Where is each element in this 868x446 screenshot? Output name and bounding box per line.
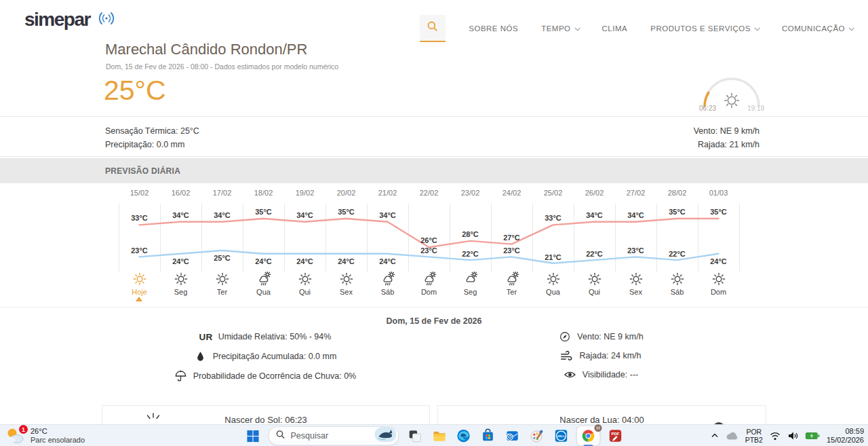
min-temp-label: 24°C [160,257,201,265]
nav-item-label: PRODUTOS E SERVIÇOS [650,24,751,33]
system-tray: POR PTB2 08:59 15/02/2026 [711,425,864,446]
weather-sun-rain-icon[interactable] [408,272,450,286]
sunrise-card-label: Nascer do Sol: 06:23 [102,415,429,425]
weather-sun-rain-icon[interactable] [367,272,408,286]
chevron-down-icon [574,25,580,31]
weather-sun-icon[interactable] [119,272,160,286]
nav-item-sobre-nos[interactable]: SOBRE NÓS [469,24,518,33]
current-conditions-left: Sensação Térmica: 25°C Precipitação: 0.0… [105,124,199,151]
weather-sun-cloud-icon[interactable] [450,272,491,286]
forecast-day-tab-hoje-0[interactable]: Hoje [119,288,160,296]
sunset-time: 19:19 [747,105,764,112]
logo-text: simepar [24,9,90,31]
language-indicator[interactable]: POR PTB2 [745,428,763,444]
max-temp-label: 27°C [491,234,532,242]
volume-icon[interactable] [787,431,798,441]
weather-sun-rain-icon[interactable] [243,272,284,286]
nav-item-produtos-e-servicos[interactable]: PRODUTOS E SERVIÇOS [650,24,759,33]
svg-text:O: O [508,434,512,439]
nav-item-tempo[interactable]: TEMPO [541,24,578,33]
chrome-app-icon[interactable]: H [577,426,600,445]
search-button[interactable] [420,15,446,42]
paint-app-icon[interactable] [528,426,546,445]
taskbar-weather-widget[interactable]: 1 26°C Parc ensolarado [0,425,85,446]
weather-sun-icon[interactable] [698,272,739,286]
max-temp-label: 35°C [243,208,284,216]
forecast-day-tab-seg-1[interactable]: Seg [160,288,201,296]
weather-sun-icon[interactable] [532,272,574,286]
nav-item-comunicacao[interactable]: COMUNICAÇÃO [782,24,853,33]
page-subtitle: Dom, 15 de Fev de 2026 - 08:00 - Dados e… [106,62,338,71]
onedrive-cloud-icon[interactable] [726,431,738,441]
taskbar-search-box[interactable]: Pesquisar [269,426,399,445]
nav-item-clima[interactable]: CLIMA [602,24,628,33]
pdf-app-icon[interactable]: PDF [607,426,625,445]
divider [0,307,868,308]
forecast-date-label: 20/02 [326,189,367,197]
max-temp-label: 33°C [119,214,160,222]
forecast-day-tab-seg-8[interactable]: Seg [450,288,491,296]
gust-icon [560,350,574,362]
store-app-icon[interactable] [479,426,497,445]
detail-row-rajada: Rajada: 24 km/h [560,349,641,363]
outlook-app-icon[interactable]: O [504,426,521,445]
forecast-day-tab-sex-12[interactable]: Sex [615,288,656,296]
forecast-day-tab-dom-7[interactable]: Dom [408,288,450,296]
chrome-profile-badge: H [595,424,602,432]
forecast-day-tab-ter-9[interactable]: Ter [491,288,532,296]
weather-sun-icon[interactable] [201,272,243,286]
forecast-day-tab-qua-3[interactable]: Qua [243,288,284,296]
edge-app-icon[interactable] [455,426,473,445]
nav-item-label: SOBRE NÓS [469,24,518,33]
drop-icon [194,351,208,363]
chevron-down-icon [754,25,760,31]
radio-wave-icon [94,8,119,31]
weather-sun-icon[interactable] [160,272,201,286]
wifi-icon[interactable] [770,432,781,441]
simepar-logo[interactable]: simepar [24,8,119,31]
forecast-day-tab-sab-6[interactable]: Sáb [367,288,408,296]
weather-sun-rain-icon[interactable] [491,272,532,286]
start-button[interactable] [244,426,262,445]
battery-charging-icon[interactable] [805,432,820,440]
min-temp-label: 22°C [656,250,698,258]
max-temp-label: 35°C [326,208,367,216]
tray-chevron-up-icon[interactable] [711,432,719,440]
umbrella-icon [174,370,188,382]
weather-sun-icon[interactable] [326,272,367,286]
forecast-day-tab-sex-5[interactable]: Sex [326,288,367,296]
clock[interactable]: 08:59 15/02/2026 [827,427,864,445]
detail-label: Umidade Relativa: 50% - 94% [218,332,332,341]
sunrise-time: 06:23 [699,105,716,112]
forecast-day-tab-sab-13[interactable]: Sáb [656,288,698,296]
divider [0,156,868,157]
task-view-app-icon[interactable] [406,426,424,445]
windows-taskbar: 1 26°C Parc ensolarado Pesquisar [0,424,868,446]
forecast-date-label: 18/02 [243,189,284,197]
dell-app-icon[interactable]: DELL [553,426,570,445]
forecast-day-tab-qui-4[interactable]: Qui [284,288,326,296]
min-temp-label: 21°C [532,253,574,261]
weather-sun-icon[interactable] [284,272,326,286]
weather-sun-icon[interactable] [615,272,656,286]
detail-label: Precipitação Acumulada: 0.0 mm [213,352,337,361]
forecast-day-tab-qua-10[interactable]: Qua [532,288,574,296]
max-temp-label: 34°C [574,211,615,219]
ur-icon: UR [199,332,213,342]
forecast-date-label: 16/02 [160,189,201,197]
feels-like-text: Sensação Térmica: 25°C [105,124,199,138]
max-temp-label: 34°C [201,211,243,219]
windows-logo-icon [246,430,259,443]
weather-sun-icon[interactable] [574,272,615,286]
forecast-date-label: 26/02 [574,189,615,197]
forecast-date-label: 25/02 [532,189,574,197]
nav-item-label: COMUNICAÇÃO [782,24,845,33]
max-temp-label: 35°C [656,208,698,216]
forecast-day-tab-qui-11[interactable]: Qui [574,288,615,296]
svg-text:PDF: PDF [612,432,620,436]
weather-sun-icon[interactable] [656,272,698,286]
min-temp-label: 25°C [201,254,243,262]
forecast-day-tab-ter-2[interactable]: Ter [201,288,243,296]
file-explorer-app-icon[interactable] [431,426,448,445]
forecast-day-tab-dom-14[interactable]: Dom [698,288,739,296]
